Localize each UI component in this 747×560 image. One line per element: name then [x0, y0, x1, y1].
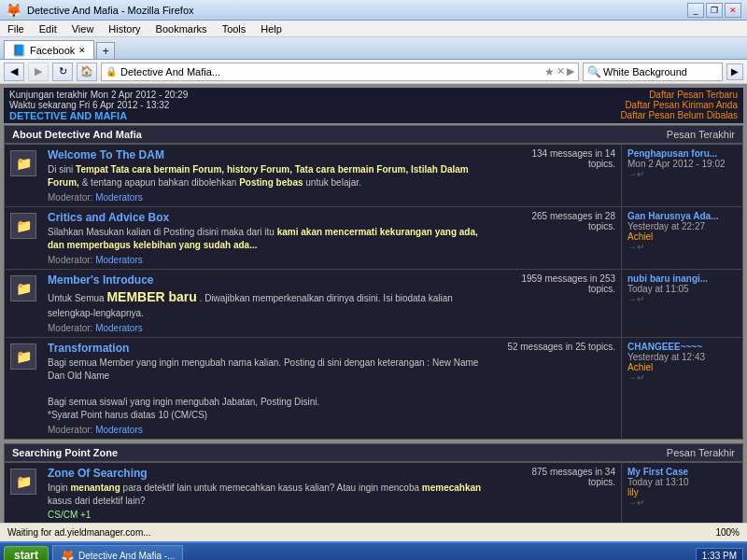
- start-button[interactable]: start: [4, 546, 49, 560]
- new-tab-button[interactable]: +: [96, 42, 115, 59]
- zone-searching-last-icon: →↵: [627, 497, 737, 508]
- forum-icon-cell: 📁: [5, 337, 43, 439]
- table-row: 📁 Transformation Bagi semua Member yang …: [5, 337, 743, 439]
- browser-tab[interactable]: 📘 Facebook ✕: [4, 40, 94, 59]
- transformation-forum-stats: 52 messages in 25 topics.: [500, 337, 622, 439]
- sent-messages-link[interactable]: Daftar Pesan Kiriman Anda: [620, 100, 738, 110]
- transformation-last-time: Yesterday at 12:43: [627, 352, 737, 362]
- last-visit-text: Kunjungan terakhir Mon 2 Apr 2012 - 20:2…: [9, 90, 188, 100]
- zone-searching-last-by[interactable]: lily: [627, 487, 737, 497]
- welcome-forum-link[interactable]: Welcome To The DAM: [48, 148, 164, 161]
- critics-forum-link[interactable]: Critics and Advice Box: [48, 211, 169, 224]
- about-section-right: Pesan Terakhir: [667, 129, 735, 140]
- critics-forum-last: Gan Harusnya Ada... Yesterday at 22:27 A…: [622, 207, 743, 270]
- welcome-forum-stats: 134 messages in 14 topics.: [500, 145, 622, 207]
- title-bar: 🦊 Detective And Mafia - Mozilla Firefox …: [0, 0, 747, 21]
- cs-cm-label: CS/CM +1: [48, 510, 495, 520]
- page-content: Kunjungan terakhir Mon 2 Apr 2012 - 20:2…: [0, 84, 747, 541]
- welcome-forum-desc: Di sini Tempat Tata cara bermain Forum, …: [48, 163, 495, 189]
- transformation-last-title[interactable]: CHANGEEE~~~~: [627, 342, 737, 352]
- tab-bar: 📘 Facebook ✕ +: [0, 37, 747, 60]
- menu-history[interactable]: History: [105, 23, 144, 35]
- address-input[interactable]: [120, 66, 544, 77]
- welcome-forum-last: Penghapusan foru... Mon 2 Apr 2012 - 19:…: [622, 145, 743, 207]
- members-forum-mod: Moderator: Moderators: [48, 323, 495, 333]
- members-last-title[interactable]: nubi baru inangi...: [627, 273, 737, 284]
- members-introduce-forum-link[interactable]: Member's Introduce: [48, 273, 154, 287]
- transformation-forum-link[interactable]: Transformation: [48, 342, 129, 355]
- critics-forum-stats: 265 messages in 28 topics.: [500, 207, 622, 270]
- search-go-button[interactable]: ▶: [726, 63, 743, 80]
- transformation-last-by[interactable]: Achiel: [627, 362, 737, 372]
- critics-last-by[interactable]: Achiel: [627, 231, 737, 242]
- members-forum-desc: Untuk Semua MEMBER baru . Diwajibkan mem…: [48, 288, 495, 320]
- transformation-forum-last: CHANGEEE~~~~ Yesterday at 12:43 Achiel →…: [622, 337, 743, 439]
- forum-wrapper[interactable]: Kunjungan terakhir Mon 2 Apr 2012 - 20:2…: [0, 84, 747, 541]
- transformation-mod-name[interactable]: Moderators: [95, 425, 143, 435]
- searching-section-header: Searching Point Zone Pesan Terakhir: [4, 443, 743, 462]
- menu-bookmarks[interactable]: Bookmarks: [152, 23, 211, 35]
- back-button[interactable]: ◀: [4, 63, 24, 81]
- menu-view[interactable]: View: [68, 23, 98, 35]
- menu-edit[interactable]: Edit: [35, 23, 61, 35]
- menu-tools[interactable]: Tools: [218, 23, 250, 35]
- menu-help[interactable]: Help: [257, 23, 286, 35]
- taskbar-window-label: Detective And Mafia -...: [78, 551, 175, 561]
- status-text: Waiting for ad.yieldmanager.com...: [7, 527, 151, 538]
- forum-icon: 📁: [10, 150, 36, 176]
- zone-searching-last-time: Today at 13:10: [627, 477, 737, 487]
- reload-button[interactable]: ↻: [52, 63, 73, 81]
- zone-searching-last-title[interactable]: My First Case: [627, 467, 737, 477]
- critics-last-time: Yesterday at 22:27: [627, 221, 737, 231]
- menu-bar: File Edit View History Bookmarks Tools H…: [0, 21, 747, 37]
- welcome-forum-mod: Moderator: Moderators: [48, 192, 495, 203]
- window-controls[interactable]: _ ❐ ✕: [687, 3, 741, 18]
- forum-main-cell: Member's Introduce Untuk Semua MEMBER ba…: [42, 270, 500, 338]
- zoom-indicator: 100%: [715, 527, 740, 538]
- forward-button[interactable]: ▶: [28, 63, 49, 81]
- critics-forum-mod: Moderator: Moderators: [48, 255, 495, 265]
- recent-messages-link[interactable]: Daftar Pesan Terbaru: [620, 90, 738, 100]
- forum-main-cell: Welcome To The DAM Di sini Tempat Tata c…: [42, 145, 500, 207]
- start-label: start: [14, 549, 38, 560]
- searching-section-title: Searching Point Zone: [12, 447, 118, 458]
- transformation-forum-mod: Moderator: Moderators: [48, 425, 495, 435]
- welcome-last-icon: →↵: [627, 169, 737, 179]
- critics-mod-name[interactable]: Moderators: [95, 255, 143, 265]
- forum-icon: 📁: [10, 213, 36, 239]
- zone-searching-forum-desc: Ingin menantang para detektif lain untuk…: [48, 482, 495, 508]
- zone-searching-forum-link[interactable]: Zone Of Searching: [48, 467, 148, 480]
- restore-button[interactable]: ❐: [706, 3, 723, 18]
- table-row: 📁 Critics and Advice Box Silahkan Masuka…: [5, 207, 743, 270]
- search-input[interactable]: [603, 66, 732, 77]
- minimize-button[interactable]: _: [687, 3, 704, 18]
- nav-bar: ◀ ▶ ↻ 🏠 🔒 ★ ✕ ▶ 🔍 ▼ ▶: [0, 60, 747, 84]
- home-button[interactable]: 🏠: [77, 63, 97, 81]
- search-bar[interactable]: 🔍 ▼: [583, 63, 723, 81]
- folder-icon: 📁: [16, 281, 32, 296]
- members-last-time: Today at 11:05: [627, 284, 737, 294]
- welcome-last-title[interactable]: Penghapusan foru...: [627, 148, 737, 159]
- forum-icon: 📁: [10, 469, 36, 495]
- forum-main-cell: Transformation Bagi semua Member yang in…: [42, 337, 500, 439]
- top-info-bar: Kunjungan terakhir Mon 2 Apr 2012 - 20:2…: [4, 88, 743, 123]
- forum-icon: 📁: [10, 275, 36, 301]
- clock-time: 1:33 PM: [702, 551, 737, 561]
- members-mod-name[interactable]: Moderators: [95, 323, 143, 333]
- critics-last-title[interactable]: Gan Harusnya Ada...: [627, 211, 737, 221]
- menu-file[interactable]: File: [4, 23, 28, 35]
- folder-icon: 📁: [16, 156, 32, 171]
- forum-icon-cell: 📁: [5, 270, 43, 338]
- welcome-mod-name[interactable]: Moderators: [95, 192, 143, 203]
- tab-close-button[interactable]: ✕: [78, 46, 86, 55]
- address-bar[interactable]: 🔒 ★ ✕ ▶: [101, 63, 579, 81]
- forum-main-cell: Critics and Advice Box Silahkan Masukan …: [42, 207, 500, 270]
- browser-title: Detective And Mafia - Mozilla Firefox: [27, 5, 687, 16]
- close-button[interactable]: ✕: [725, 3, 741, 18]
- members-forum-last: nubi baru inangi... Today at 11:05 →↵: [622, 270, 743, 338]
- visit-info: Kunjungan terakhir Mon 2 Apr 2012 - 20:2…: [9, 90, 188, 121]
- unread-messages-link[interactable]: Daftar Pesan Belum Dibalas: [620, 110, 738, 120]
- searching-section-right: Pesan Terakhir: [667, 447, 735, 458]
- taskbar-window[interactable]: 🦊 Detective And Mafia -...: [52, 545, 183, 560]
- table-row: 📁 Member's Introduce Untuk Semua MEMBER …: [5, 270, 743, 338]
